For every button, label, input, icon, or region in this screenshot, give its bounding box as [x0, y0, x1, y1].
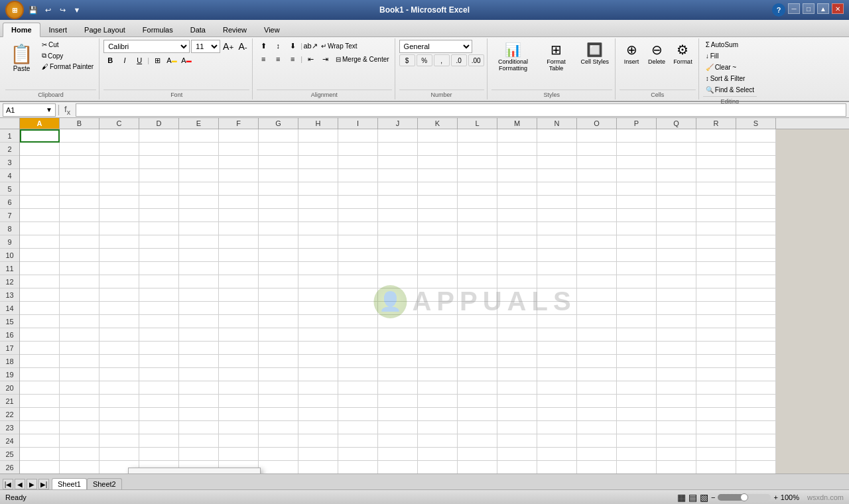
- cell-M14[interactable]: [497, 302, 537, 315]
- cell-B24[interactable]: [60, 434, 99, 448]
- cell-L13[interactable]: [458, 288, 497, 302]
- row-num-9[interactable]: 9: [0, 235, 19, 249]
- cell-K14[interactable]: [418, 302, 458, 315]
- cell-I13[interactable]: [338, 288, 378, 302]
- cell-A16[interactable]: [20, 328, 60, 342]
- cell-E23[interactable]: [179, 421, 219, 434]
- cell-M3[interactable]: [497, 156, 537, 169]
- align-left-button[interactable]: ≡: [257, 53, 270, 65]
- cell-Q7[interactable]: [657, 209, 696, 222]
- cell-G19[interactable]: [259, 368, 298, 381]
- cell-O12[interactable]: [577, 275, 617, 288]
- cell-F4[interactable]: [219, 169, 259, 182]
- cell-J12[interactable]: [378, 275, 418, 288]
- cell-M20[interactable]: [497, 381, 537, 395]
- cell-N8[interactable]: [537, 222, 577, 235]
- cell-E2[interactable]: [179, 143, 219, 156]
- cell-Q24[interactable]: [657, 434, 696, 448]
- cell-styles-button[interactable]: 🔲 Cell Styles: [578, 40, 613, 67]
- cell-S17[interactable]: [736, 342, 776, 355]
- tab-review[interactable]: Review: [214, 23, 255, 36]
- cell-P5[interactable]: [617, 182, 657, 196]
- cell-K2[interactable]: [418, 143, 458, 156]
- cell-H22[interactable]: [298, 408, 338, 421]
- autosum-button[interactable]: ΣAutoSum: [703, 40, 741, 50]
- cell-B23[interactable]: [60, 421, 99, 434]
- cell-O24[interactable]: [577, 434, 617, 448]
- cell-F7[interactable]: [219, 209, 259, 222]
- cell-A7[interactable]: [20, 209, 60, 222]
- cell-R19[interactable]: [696, 368, 736, 381]
- cell-E7[interactable]: [179, 209, 219, 222]
- cell-R6[interactable]: [696, 196, 736, 209]
- cell-K21[interactable]: [418, 395, 458, 408]
- cell-J16[interactable]: [378, 328, 418, 342]
- row-num-26[interactable]: 26: [0, 461, 19, 473]
- cell-B3[interactable]: [60, 156, 99, 169]
- cell-O13[interactable]: [577, 288, 617, 302]
- tab-data[interactable]: Data: [182, 23, 214, 36]
- row-num-18[interactable]: 18: [0, 355, 19, 368]
- cell-N9[interactable]: [537, 235, 577, 249]
- cell-G23[interactable]: [259, 421, 298, 434]
- cell-B13[interactable]: [60, 288, 99, 302]
- cell-O14[interactable]: [577, 302, 617, 315]
- cell-D10[interactable]: [139, 249, 179, 262]
- cell-Q17[interactable]: [657, 342, 696, 355]
- cell-F21[interactable]: [219, 395, 259, 408]
- cell-M12[interactable]: [497, 275, 537, 288]
- cell-J23[interactable]: [378, 421, 418, 434]
- cell-Q4[interactable]: [657, 169, 696, 182]
- cell-S23[interactable]: [736, 421, 776, 434]
- cell-H18[interactable]: [298, 355, 338, 368]
- col-header-d[interactable]: D: [139, 118, 179, 129]
- cell-H8[interactable]: [298, 222, 338, 235]
- cell-O26[interactable]: [577, 461, 617, 473]
- cell-Q10[interactable]: [657, 249, 696, 262]
- cell-L4[interactable]: [458, 169, 497, 182]
- view-normal-icon[interactable]: ▦: [677, 492, 686, 503]
- cell-H20[interactable]: [298, 381, 338, 395]
- cell-L15[interactable]: [458, 315, 497, 328]
- row-num-13[interactable]: 13: [0, 288, 19, 302]
- cell-F1[interactable]: [219, 129, 259, 143]
- cell-M6[interactable]: [497, 196, 537, 209]
- row-num-3[interactable]: 3: [0, 156, 19, 169]
- cell-M1[interactable]: [497, 129, 537, 143]
- col-header-m[interactable]: M: [497, 118, 537, 129]
- cell-D16[interactable]: [139, 328, 179, 342]
- delete-cells-button[interactable]: ⊖ Delete: [645, 40, 669, 67]
- cell-A17[interactable]: [20, 342, 60, 355]
- currency-button[interactable]: $: [399, 54, 415, 66]
- cell-Q26[interactable]: [657, 461, 696, 473]
- cell-O20[interactable]: [577, 381, 617, 395]
- cell-O19[interactable]: [577, 368, 617, 381]
- font-color-button[interactable]: A▬: [180, 54, 193, 66]
- cell-K19[interactable]: [418, 368, 458, 381]
- cell-J5[interactable]: [378, 182, 418, 196]
- cell-I20[interactable]: [338, 381, 378, 395]
- cell-L12[interactable]: [458, 275, 497, 288]
- cell-K6[interactable]: [418, 196, 458, 209]
- cell-K8[interactable]: [418, 222, 458, 235]
- cell-N21[interactable]: [537, 395, 577, 408]
- cell-B26[interactable]: [60, 461, 99, 473]
- cell-C22[interactable]: [99, 408, 139, 421]
- cell-Q9[interactable]: [657, 235, 696, 249]
- cell-L18[interactable]: [458, 355, 497, 368]
- cell-Q20[interactable]: [657, 381, 696, 395]
- cell-D7[interactable]: [139, 209, 179, 222]
- cell-Q5[interactable]: [657, 182, 696, 196]
- cell-P11[interactable]: [617, 262, 657, 275]
- align-right-button[interactable]: ≡: [286, 53, 299, 65]
- cell-E14[interactable]: [179, 302, 219, 315]
- cell-F18[interactable]: [219, 355, 259, 368]
- cell-F22[interactable]: [219, 408, 259, 421]
- cell-L24[interactable]: [458, 434, 497, 448]
- cell-A11[interactable]: [20, 262, 60, 275]
- cell-I19[interactable]: [338, 368, 378, 381]
- cell-Q22[interactable]: [657, 408, 696, 421]
- row-num-12[interactable]: 12: [0, 275, 19, 288]
- cell-L17[interactable]: [458, 342, 497, 355]
- cell-R13[interactable]: [696, 288, 736, 302]
